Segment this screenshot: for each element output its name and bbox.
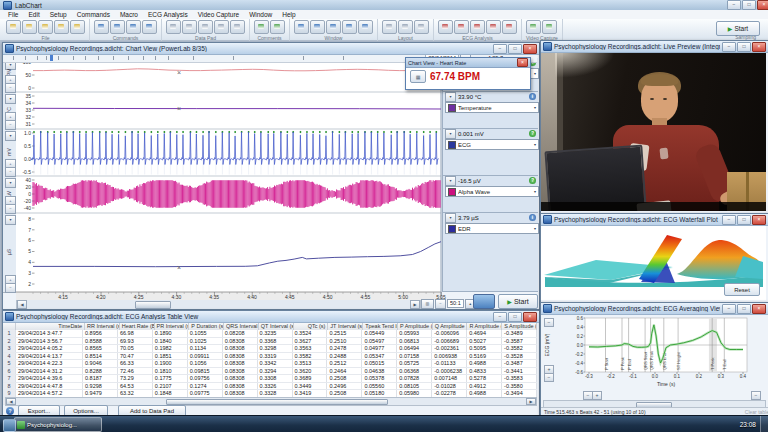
annotate-icon[interactable] <box>110 20 125 34</box>
axis-zoom-out-icon[interactable]: − <box>5 120 16 130</box>
table-row[interactable]: 529/04/2014 4:22.30.904666.330.19000.105… <box>3 360 537 368</box>
cascade-windows-icon[interactable] <box>310 20 325 34</box>
marker-icon[interactable] <box>126 20 141 34</box>
capture-window-icon[interactable] <box>358 20 373 34</box>
taskbar-clock[interactable]: 23:08 <box>740 416 756 432</box>
chevron-down-icon[interactable]: ▾ <box>445 129 456 139</box>
menu-edit[interactable]: Edit <box>23 11 44 18</box>
film-strip-icon[interactable] <box>542 20 557 34</box>
help-icon[interactable]: ? <box>529 130 536 137</box>
close-icon[interactable]: × <box>523 44 537 54</box>
view-mode-icon[interactable]: ▥ <box>421 299 434 309</box>
column-header[interactable]: P Duration (s) <box>189 322 224 330</box>
y-zoom-out-button[interactable]: − <box>544 318 554 327</box>
export-icon[interactable] <box>70 20 85 34</box>
column-header[interactable]: RR Interval (s) <box>85 322 120 330</box>
channel-selector[interactable]: ECG▾ <box>445 139 539 150</box>
column-header[interactable]: R Amplitude (mV) <box>467 322 502 330</box>
scroll-left-icon[interactable]: ◀ <box>6 398 16 405</box>
column-header[interactable]: S Amplitude (mV) <box>502 322 537 330</box>
info-icon[interactable]: i <box>529 214 536 221</box>
print-icon[interactable] <box>54 20 69 34</box>
column-header[interactable]: QRS Interval (s) <box>224 322 259 330</box>
tile-windows-icon[interactable] <box>294 20 309 34</box>
axis-zoom-out-icon[interactable]: − <box>5 167 16 177</box>
menu-file[interactable]: File <box>3 11 23 18</box>
table-row[interactable]: 629/04/2014 4:31.20.828872.460.18100.098… <box>3 368 537 376</box>
menu-setup[interactable]: Setup <box>45 11 72 18</box>
chart-window-titlebar[interactable]: Psychophysiology Recordings.adicht: Char… <box>3 43 539 55</box>
close-icon[interactable]: × <box>752 215 766 225</box>
column-header[interactable]: JT Interval (s) <box>328 322 363 330</box>
comment-marker-x[interactable]: × <box>177 264 181 271</box>
close-icon[interactable]: × <box>752 42 766 52</box>
chevron-down-icon[interactable]: ▾ <box>445 176 456 186</box>
save-icon[interactable] <box>38 20 53 34</box>
table-row[interactable]: 429/04/2014 4:13.70.851470.470.18510.099… <box>3 353 537 361</box>
maximize-icon[interactable]: □ <box>508 44 522 54</box>
help-icon[interactable]: ? <box>6 407 14 415</box>
ecg-report-icon[interactable] <box>502 20 517 34</box>
help-icon[interactable]: ? <box>529 177 536 184</box>
table-row[interactable]: 729/04/2014 4:39.60.818773.290.17750.097… <box>3 375 537 383</box>
axis-zoom-out-icon[interactable]: − <box>5 83 16 93</box>
column-header[interactable]: Q Amplitude (mV) <box>433 322 468 330</box>
channel-selector[interactable]: Temperature▾ <box>445 102 539 113</box>
zoom-out-icon[interactable]: − <box>435 299 446 309</box>
maximize-icon[interactable]: □ <box>508 312 522 322</box>
layout-custom-icon[interactable] <box>414 20 429 34</box>
close-icon[interactable]: × <box>752 304 766 314</box>
comment-marker-x[interactable]: × <box>177 69 181 76</box>
datapad-grid-icon[interactable] <box>166 20 181 34</box>
new-document-icon[interactable] <box>6 20 21 34</box>
menu-macro[interactable]: Macro <box>115 11 143 18</box>
scroll-thumb[interactable] <box>166 399 388 405</box>
chart-start-button[interactable]: ▶ Start <box>498 294 538 309</box>
datapad-add-icon[interactable] <box>182 20 197 34</box>
chevron-down-icon[interactable]: ▾ <box>445 213 456 223</box>
channel-value-row[interactable]: ▾-16.5 µV <box>445 177 481 185</box>
comment-marker-x[interactable]: × <box>177 105 181 112</box>
table-row[interactable]: 329/04/2014 4:05.20.856570.050.19820.113… <box>3 345 537 353</box>
scope-view-icon[interactable] <box>473 294 495 309</box>
open-folder-icon[interactable] <box>22 20 37 34</box>
maximize-icon[interactable]: □ <box>742 0 756 10</box>
minimize-icon[interactable]: − <box>722 304 736 314</box>
column-header[interactable]: QTc (s) <box>294 322 329 330</box>
menu-window[interactable]: Window <box>244 11 277 18</box>
ecg-averaging-icon[interactable] <box>454 20 469 34</box>
reset-button[interactable]: Reset <box>724 283 760 296</box>
table-row[interactable]: 229/04/2014 3:56.70.858869.930.18400.102… <box>3 338 537 346</box>
comment-block-marker[interactable] <box>50 55 53 61</box>
x-zoom-in-button[interactable]: + <box>592 391 602 400</box>
maximize-icon[interactable]: □ <box>737 304 751 314</box>
waterfall-window-titlebar[interactable]: Psychophysiology Recordings.adicht: ECG … <box>541 214 768 226</box>
close-icon[interactable]: × <box>523 312 537 322</box>
find-icon[interactable] <box>94 20 109 34</box>
ecg-settings-icon[interactable] <box>486 20 501 34</box>
menu-ecg-analysis[interactable]: ECG Analysis <box>143 11 193 18</box>
add-comment-icon[interactable] <box>254 20 269 34</box>
column-header[interactable]: Heart Rate (BPM) <box>120 322 155 330</box>
x-zoom-right-button[interactable]: − <box>751 391 761 400</box>
menu-commands[interactable]: Commands <box>72 11 115 18</box>
chevron-down-icon[interactable]: ▾ <box>445 92 456 102</box>
channel-value-row[interactable]: ▾0.001 mV <box>445 130 484 138</box>
preview-window-titlebar[interactable]: Psychophysiology Recordings.adicht: Live… <box>541 41 768 53</box>
quick-launch-icon[interactable] <box>3 419 16 432</box>
ecg-table-icon[interactable] <box>470 20 485 34</box>
channel-selector[interactable]: Alpha Wave▾ <box>445 186 539 197</box>
layout-columns-icon[interactable] <box>398 20 413 34</box>
layout-grid-icon[interactable] <box>382 20 397 34</box>
minimize-icon[interactable]: − <box>722 42 736 52</box>
minimize-icon[interactable]: − <box>722 215 736 225</box>
compression-ratio[interactable]: 50:1 <box>447 299 464 308</box>
close-icon[interactable]: × <box>517 58 528 67</box>
close-icon[interactable]: × <box>757 0 768 10</box>
menu-video-capture[interactable]: Video Capture <box>193 11 244 18</box>
channel-value-row[interactable]: ▾33.90 °C <box>445 93 481 101</box>
axis-zoom-out-icon[interactable]: − <box>5 204 16 214</box>
info-icon[interactable]: i <box>529 93 536 100</box>
scroll-right-icon[interactable]: ▶ <box>526 398 536 405</box>
minimize-icon[interactable]: − <box>493 44 507 54</box>
